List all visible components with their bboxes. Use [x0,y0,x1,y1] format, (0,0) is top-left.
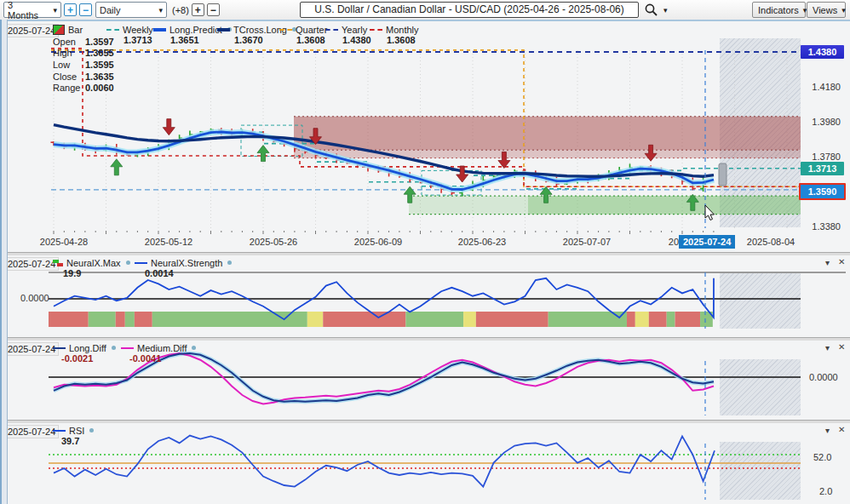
window-edge [0,20,8,504]
toolbar: 3 Months ▾ + − Daily ▾ (+8) + − U.S. Dol… [0,0,850,21]
sell-signal-arrow-icon [457,166,468,182]
zero-axis-label: 0.0000 [20,293,49,303]
symbol-title: U.S. Dollar / Canadian Dollar - USD/CAD … [314,3,624,15]
info-dot-icon[interactable] [89,428,94,432]
period-select[interactable]: Daily ▾ [95,2,167,18]
legend-value: 1.3608 [296,35,327,45]
price-axis-label: 1.3980 [801,117,841,127]
date-axis-label: 2025-08-04 [742,237,800,247]
rsi-lower-label: 2.0 [819,486,832,496]
buy-signal-arrow-icon [257,146,269,162]
neuralx-indicator-panel[interactable]: 2025-07-24NeuralX.Max19.9NeuralX.Strengt… [0,255,850,337]
date-axis-label: 2025-04-28 [35,237,93,247]
bars-added-label: (+8) [172,5,189,15]
chart-date-label: 2025-07-24 [4,257,59,271]
symbol-title-box[interactable]: U.S. Dollar / Canadian Dollar - USD/CAD … [300,2,639,18]
dash-teal-icon [106,29,119,31]
period-select-value: Daily [100,5,132,15]
line-navy-icon [53,347,66,349]
info-dot-icon[interactable] [126,261,130,265]
chevron-down-icon: ▾ [158,6,163,14]
legend-item-neuralx-max[interactable]: NeuralX.Max19.9 [53,257,130,278]
legend-item-neuralx-strength[interactable]: NeuralX.Strength0.0014 [135,257,232,278]
legend-value: -0.0041 [129,353,196,364]
info-dot-icon[interactable] [112,346,116,350]
dash-red-icon [370,29,382,31]
info-dot-icon[interactable] [227,261,232,265]
diff-indicator-panel[interactable]: 2025-07-24Long.Diff-0.0021Medium.Diff-0.… [0,341,850,420]
add-bars-button[interactable]: + [192,3,204,16]
panel-close-icon[interactable]: ✕ [838,343,845,352]
ohlc-readout: Open1.3597High1.3655Low1.3595Close1.3635… [53,36,146,94]
search-caret-icon[interactable]: ▾ [663,6,668,14]
zoom-in-button[interactable]: + [64,3,77,16]
legend-item-rsi[interactable]: RSI39.7 [53,425,94,446]
panel-close-icon[interactable]: ✕ [838,426,845,434]
date-axis-label: 2025-06-09 [349,237,407,247]
price-axis-label: 1.3780 [801,152,841,162]
chart-date-label: 2025-07-24 [4,24,59,37]
charting-app: 3 Months ▾ + − Daily ▾ (+8) + − U.S. Dol… [0,0,850,504]
neuralx-max-icon [53,260,63,266]
legend-item-monthly[interactable]: Monthly1.3608 [370,24,419,45]
info-dot-icon[interactable] [192,346,196,350]
bar-icon [53,25,65,35]
legend-value: 1.4380 [342,35,371,45]
rsi-indicator-panel[interactable]: 2025-07-24RSI39.7▾✕52.02.0 [0,423,850,504]
search-icon[interactable] [644,3,658,17]
solid-blue-icon [153,28,166,32]
chevron-down-icon: ▾ [841,6,846,14]
chevron-down-icon: ▾ [53,6,57,14]
legend-item-bar[interactable]: Bar [53,24,83,35]
legend-value: 19.9 [63,268,130,278]
rsi-chart-svg[interactable] [0,423,850,504]
legend-item-yearly[interactable]: Yearly1.4380 [325,24,371,45]
panel-close-icon[interactable]: ✕ [838,258,845,266]
chart-date-label: 2025-07-24 [4,425,59,438]
zero-axis-label: 0.0000 [809,372,838,382]
line-blue-icon [135,262,147,264]
legend-value: 1.3608 [387,35,419,45]
line-blue-icon [53,430,66,432]
main-price-chart-panel[interactable]: 2025-07-24BarWeekly1.3713Long.Predict1.3… [0,21,850,252]
selected-date-badge: 2025-07-24 [679,235,735,249]
range-select-value: 3 Months [8,0,53,20]
zoom-out-button[interactable]: − [79,3,92,16]
price-badge-1.3590: 1.3590 [799,183,846,200]
chart-date-label: 2025-07-24 [4,342,59,356]
date-axis-label: 2025-05-12 [140,237,198,247]
dash-orange-icon [279,29,292,31]
buy-signal-arrow-icon [111,159,123,175]
legend-value: -0.0021 [61,353,116,364]
legend-item-quarter[interactable]: Quarter1.3608 [279,24,327,45]
axis-drag-grip[interactable] [719,163,727,186]
rsi-upper-label: 52.0 [813,452,831,462]
solid-navy-icon [217,28,230,32]
price-badge-1.4380: 1.4380 [801,45,844,59]
price-axis-label: 1.3380 [801,221,841,232]
range-select[interactable]: 3 Months ▾ [3,2,61,18]
legend-value: 0.0014 [145,268,232,278]
remove-bars-button[interactable]: − [207,3,220,16]
price-badge-1.3713: 1.3713 [801,162,844,175]
legend-item-long-diff[interactable]: Long.Diff-0.0021 [53,342,116,364]
panel-collapse-icon[interactable]: ▾ [825,344,830,352]
symbol-search[interactable]: ▾ [644,3,668,17]
date-axis-label: 2025-05-26 [244,237,302,247]
legend-value: 39.7 [61,436,94,446]
price-axis-label: 1.4180 [801,82,841,92]
panel-collapse-icon[interactable]: ▾ [825,259,830,267]
sell-signal-arrow-icon [163,119,175,135]
line-magenta-icon [121,347,134,349]
date-axis-label: 2025-07-07 [558,237,616,247]
legend-item-medium-diff[interactable]: Medium.Diff-0.0041 [121,342,196,364]
dash-navy-icon [325,29,338,31]
panel-collapse-icon[interactable]: ▾ [825,427,830,435]
indicators-button[interactable]: Indicators▾ [752,2,806,18]
date-axis-label: 2025-06-23 [453,237,511,247]
views-button[interactable]: Views▾ [807,2,846,18]
